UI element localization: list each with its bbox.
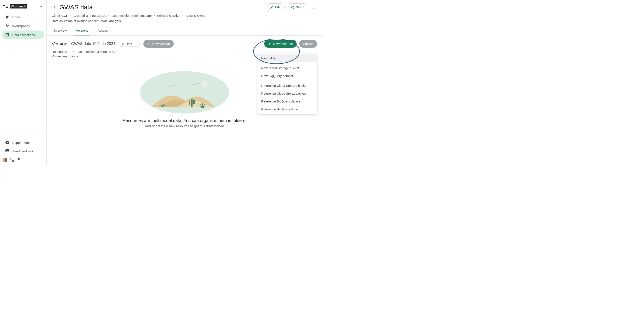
edit-button[interactable]: Edit xyxy=(266,4,284,11)
svg-point-27 xyxy=(314,8,314,9)
collapse-sidebar-icon[interactable] xyxy=(39,5,43,8)
dropdown-ref-bq-dataset[interactable]: Reference BigQuery dataset xyxy=(258,97,317,105)
dot-icon: • xyxy=(153,14,156,18)
new-resource-label: New resource xyxy=(273,42,293,46)
home-icon xyxy=(5,15,9,19)
svg-rect-8 xyxy=(6,35,7,36)
svg-text:?: ? xyxy=(6,141,8,144)
dot-icon: • xyxy=(182,14,184,18)
new-resource-button[interactable]: New resource xyxy=(264,40,297,48)
svg-point-2 xyxy=(6,25,7,26)
meta-created-value: 3 minutes ago xyxy=(86,14,106,18)
share-button[interactable]: Share xyxy=(287,4,308,11)
nav-send-feedback[interactable]: Send feedback xyxy=(2,147,44,155)
svg-rect-0 xyxy=(4,5,5,6)
svg-rect-13 xyxy=(7,151,8,152)
resources-count: 0 xyxy=(69,50,70,54)
title-row: GWAS data Edit Share xyxy=(52,4,317,11)
dropdown-ref-bq-table[interactable]: Reference BigQuery table xyxy=(258,105,317,113)
publish-label: Publish xyxy=(303,42,314,46)
tab-overview[interactable]: Overview xyxy=(52,26,68,36)
edit-label: Edit xyxy=(275,5,280,9)
data-collections-icon xyxy=(5,33,9,37)
dot-icon: • xyxy=(108,14,110,18)
back-button[interactable] xyxy=(52,5,57,10)
avatar-3[interactable] xyxy=(16,158,21,162)
nav-send-feedback-label: Send feedback xyxy=(12,149,34,153)
svg-point-20 xyxy=(293,6,294,7)
tabs: Overview Versions Access xyxy=(47,26,322,36)
nav-workspaces-label: Workspaces xyxy=(12,24,30,28)
dropdown-new-folder[interactable]: New folder xyxy=(258,54,317,62)
nav-data-collections-label: Data collections xyxy=(12,33,35,37)
meta-cloud-value: GCP xyxy=(61,14,68,18)
empty-subtitle: Add or create a new resource to get this… xyxy=(145,124,224,128)
version-row: Version GWAS data 10 June 2024 Draft New… xyxy=(52,40,317,48)
divider xyxy=(258,63,317,63)
desert-illustration-icon xyxy=(139,69,230,114)
avatar-row xyxy=(2,155,44,163)
svg-rect-36 xyxy=(189,101,190,105)
version-modified-label: Last modified xyxy=(76,50,96,54)
meta-created-label: Created xyxy=(74,14,85,18)
svg-rect-7 xyxy=(8,34,8,35)
svg-marker-28 xyxy=(136,44,136,44)
svg-point-4 xyxy=(7,26,8,27)
feedback-icon xyxy=(5,149,9,153)
nav-support-hub-label: Support hub xyxy=(12,141,30,145)
svg-rect-16 xyxy=(10,158,12,160)
svg-line-24 xyxy=(292,8,293,8)
new-version-label: New version xyxy=(152,42,170,46)
nav-data-collections[interactable]: Data collections xyxy=(2,31,44,39)
dropdown-ref-bucket[interactable]: Reference Cloud Storage bucket xyxy=(258,82,317,90)
new-version-button[interactable]: New version xyxy=(143,40,174,48)
resources-label: Resources xyxy=(52,50,67,54)
nav-workspaces[interactable]: Workspaces xyxy=(2,22,44,30)
meta-access-value: Owner xyxy=(197,14,206,18)
publish-button[interactable]: Publish xyxy=(299,40,317,48)
collection-description: Data collection of ovarian cancer GWAS a… xyxy=(52,18,317,25)
page-title: GWAS data xyxy=(59,4,93,11)
svg-point-34 xyxy=(202,81,208,87)
svg-rect-30 xyxy=(148,44,150,44)
avatar-2[interactable] xyxy=(10,158,14,162)
pencil-icon xyxy=(270,6,273,9)
svg-rect-37 xyxy=(194,100,195,104)
header: GWAS data Edit Share Cloud xyxy=(47,0,322,25)
dot-icon: • xyxy=(72,50,75,54)
nav-support-hub[interactable]: ? Support hub xyxy=(2,138,44,147)
svg-rect-6 xyxy=(6,34,7,35)
dropdown-new-bq-dataset[interactable]: New BigQuery dataset xyxy=(258,72,317,80)
svg-point-26 xyxy=(314,7,314,8)
dropdown-ref-object[interactable]: Reference Cloud Storage object xyxy=(258,90,317,97)
brand-name: Workbench xyxy=(10,4,27,9)
tab-access[interactable]: Access xyxy=(96,26,110,36)
avatar-1[interactable] xyxy=(3,158,7,162)
version-name: GWAS data 10 June 2024 xyxy=(71,42,115,46)
tab-versions[interactable]: Versions xyxy=(74,26,90,36)
svg-line-23 xyxy=(292,6,293,7)
meta-modified-label: Last modified xyxy=(112,14,130,18)
svg-point-21 xyxy=(291,7,292,8)
svg-rect-18 xyxy=(18,158,20,160)
draft-pencil-icon xyxy=(122,43,124,45)
version-modified-value: 3 minutes ago xyxy=(97,50,117,54)
divider xyxy=(3,136,44,136)
share-label: Share xyxy=(296,5,304,9)
svg-point-22 xyxy=(293,8,294,9)
version-status-chip[interactable]: Draft xyxy=(119,41,140,47)
meta-cloud-label: Cloud xyxy=(52,14,60,18)
version-heading: Version xyxy=(52,41,67,47)
header-actions: Edit Share xyxy=(266,4,317,11)
svg-rect-9 xyxy=(8,35,8,36)
svg-rect-35 xyxy=(191,99,192,107)
chevron-down-icon xyxy=(135,43,137,45)
dot-icon: • xyxy=(70,14,72,18)
more-menu-button[interactable] xyxy=(310,4,317,11)
svg-rect-32 xyxy=(269,44,271,44)
nav-home[interactable]: Home xyxy=(2,13,44,21)
meta-row: Cloud GCP • Created 3 minutes ago • Last… xyxy=(52,11,317,18)
dropdown-new-bucket[interactable]: New Cloud Storage bucket xyxy=(258,64,317,72)
main: GWAS data Edit Share Cloud xyxy=(47,0,322,166)
meta-policies-label: Policies xyxy=(157,14,168,18)
